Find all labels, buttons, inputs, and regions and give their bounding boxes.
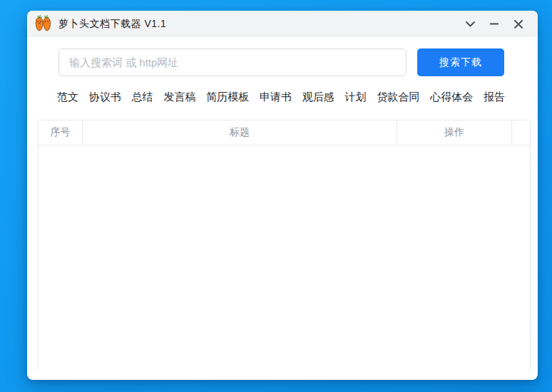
search-bar: 搜索下载 <box>58 48 504 76</box>
tab-item-3[interactable]: 发言稿 <box>163 91 195 104</box>
search-input[interactable] <box>58 48 407 76</box>
column-header-title: 标题 <box>83 120 397 145</box>
table-header-row: 序号 标题 操作 <box>39 120 530 145</box>
chevron-down-icon <box>466 21 475 27</box>
tab-item-2[interactable]: 总结 <box>132 91 153 104</box>
category-tabs: 范文协议书总结发言稿简历模板申请书观后感计划贷款合同心得体会报告 <box>57 87 505 107</box>
column-header-index: 序号 <box>39 120 83 145</box>
close-button[interactable] <box>506 14 531 35</box>
column-header-action: 操作 <box>397 120 512 145</box>
window-controls <box>458 14 538 35</box>
tab-item-9[interactable]: 心得体会 <box>430 91 473 104</box>
titlebar[interactable]: 萝卜头文档下载器 V1.1 <box>27 11 538 37</box>
window-menu-button[interactable] <box>458 14 482 35</box>
tab-item-6[interactable]: 观后感 <box>302 91 334 104</box>
tab-item-10[interactable]: 报告 <box>484 91 505 104</box>
tab-item-1[interactable]: 协议书 <box>89 91 121 104</box>
close-icon <box>514 20 523 29</box>
window-title: 萝卜头文档下载器 V1.1 <box>58 18 166 31</box>
column-header-scrollbar-gutter <box>512 120 530 145</box>
minimize-icon <box>490 23 499 25</box>
tab-item-0[interactable]: 范文 <box>57 91 78 104</box>
tab-item-4[interactable]: 简历模板 <box>206 91 249 104</box>
search-download-button[interactable]: 搜索下载 <box>417 48 504 76</box>
tab-item-5[interactable]: 申请书 <box>260 91 292 104</box>
app-logo-carrot-icon <box>34 15 53 33</box>
results-table: 序号 标题 操作 <box>38 120 531 371</box>
minimize-button[interactable] <box>482 14 506 35</box>
app-window: 萝卜头文档下载器 V1.1 搜索下载 范文协议书总结发言 <box>27 11 538 380</box>
tab-item-8[interactable]: 贷款合同 <box>377 91 419 104</box>
table-body-empty <box>39 145 530 371</box>
tab-item-7[interactable]: 计划 <box>345 91 367 104</box>
